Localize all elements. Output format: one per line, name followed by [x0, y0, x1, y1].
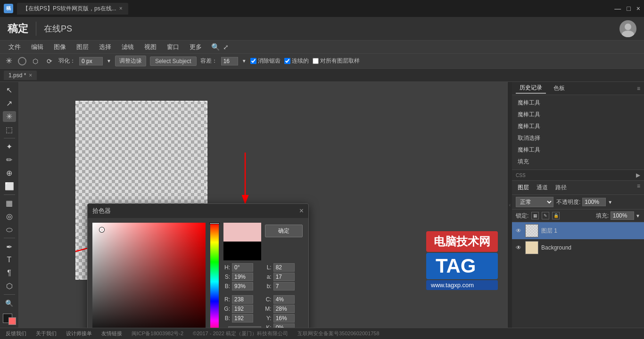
fullscreen-icon[interactable]: ⤢: [223, 43, 229, 51]
k-input[interactable]: [273, 323, 295, 328]
m-input[interactable]: [273, 305, 295, 313]
background-color[interactable]: [8, 317, 16, 325]
b3-input[interactable]: [273, 282, 295, 291]
pen-tool[interactable]: ✒: [3, 241, 16, 252]
menu-more[interactable]: 更多: [185, 41, 206, 53]
menu-file[interactable]: 文件: [4, 41, 25, 53]
history-panel-menu-icon[interactable]: ≡: [637, 85, 640, 92]
s-input[interactable]: [232, 273, 253, 281]
g-input[interactable]: [232, 305, 253, 313]
y-input[interactable]: [273, 314, 295, 323]
close-window-button[interactable]: ×: [636, 5, 640, 12]
colorpicker-close-button[interactable]: ×: [299, 207, 304, 215]
lock-position-icon[interactable]: 🔒: [552, 212, 560, 219]
paragraph-tool[interactable]: ¶: [3, 267, 16, 279]
clone-stamp-tool[interactable]: ⊕: [3, 168, 16, 179]
user-avatar[interactable]: [619, 20, 636, 37]
contiguous-checkbox[interactable]: [284, 58, 290, 64]
status-links[interactable]: 友情链接: [101, 330, 122, 337]
feather-dropdown-icon[interactable]: ▼: [107, 58, 111, 64]
healing-brush-tool[interactable]: ✦: [3, 141, 16, 153]
contiguous-checkbox-item[interactable]: 连续的: [284, 57, 309, 65]
selection-tool[interactable]: ↖: [3, 85, 16, 96]
magic-wand-tool-icon[interactable]: ✳: [4, 56, 14, 66]
menu-select[interactable]: 选择: [94, 41, 116, 53]
menu-layer[interactable]: 图层: [72, 41, 93, 53]
status-about[interactable]: 关于我们: [36, 330, 57, 337]
layer-visibility-icon-2[interactable]: 👁: [516, 244, 521, 251]
shape-tool[interactable]: ⬡: [3, 281, 16, 292]
brush-tool[interactable]: ✏: [3, 154, 16, 166]
layer-row-1[interactable]: 👁 图层 1: [512, 222, 644, 239]
polygon-lasso-icon[interactable]: ⬡: [30, 56, 41, 66]
maximize-button[interactable]: □: [627, 5, 630, 12]
fill-dropdown-icon[interactable]: ▼: [636, 213, 640, 218]
b2-input[interactable]: [232, 314, 253, 323]
layer-row-2[interactable]: 👁 Background: [512, 239, 644, 256]
direct-select-tool[interactable]: ↗: [3, 98, 16, 109]
history-item[interactable]: 魔棒工具: [512, 121, 644, 132]
feather-input[interactable]: [79, 57, 103, 65]
history-item[interactable]: 魔棒工具: [512, 97, 644, 109]
antialias-checkbox-item[interactable]: 消除锯齿: [250, 57, 281, 65]
alllayers-checkbox-item[interactable]: 对所有图层取样: [313, 57, 360, 65]
menu-window[interactable]: 窗口: [162, 41, 184, 53]
minimize-button[interactable]: —: [614, 5, 621, 12]
r-input[interactable]: [232, 295, 253, 304]
alllayers-checkbox[interactable]: [313, 58, 319, 64]
select-subject-button[interactable]: Select Subject: [150, 56, 197, 66]
right-panel-collapse[interactable]: ‹: [507, 82, 512, 328]
lock-transparent-icon[interactable]: ▦: [531, 212, 539, 219]
c-input[interactable]: [273, 295, 295, 304]
search-icon[interactable]: 🔍: [211, 43, 220, 51]
status-feedback[interactable]: 反馈我们: [6, 330, 26, 337]
fill-input[interactable]: [611, 211, 634, 220]
adjust-edge-button[interactable]: 调整边缘: [115, 56, 146, 66]
color-tab[interactable]: 色板: [550, 83, 569, 93]
foreground-background-colors[interactable]: [3, 314, 16, 325]
browser-tab[interactable]: 【在线PS】PS软件网页版，ps在线... ×: [17, 3, 128, 15]
channels-tab[interactable]: 通道: [535, 183, 550, 193]
hue-strip[interactable]: [210, 223, 219, 328]
blur-tool[interactable]: ◎: [3, 211, 16, 222]
b-input[interactable]: [232, 282, 253, 291]
menu-image[interactable]: 图像: [49, 41, 71, 53]
history-item[interactable]: 魔棒工具: [512, 109, 644, 121]
magic-wand-tool[interactable]: ✳: [3, 111, 16, 122]
blend-mode-select[interactable]: 正常: [516, 197, 553, 207]
l-input[interactable]: [273, 263, 295, 272]
layer-panel-menu-icon[interactable]: ≡: [637, 183, 640, 193]
menu-edit[interactable]: 编辑: [26, 41, 48, 53]
h-input[interactable]: [232, 263, 253, 272]
history-item[interactable]: 魔棒工具: [512, 144, 644, 156]
close-tab-icon[interactable]: ×: [29, 72, 32, 79]
layer-visibility-icon-1[interactable]: 👁: [516, 227, 521, 234]
history-item[interactable]: 取消选择: [512, 132, 644, 144]
tolerance-input[interactable]: [221, 57, 238, 65]
file-tab[interactable]: 1.psd * ×: [4, 71, 37, 80]
dodge-tool[interactable]: ⬭: [3, 224, 16, 235]
text-tool[interactable]: T: [3, 254, 16, 266]
lasso-tool-icon[interactable]: [18, 57, 26, 65]
history-tab[interactable]: 历史记录: [516, 83, 546, 94]
magnetic-lasso-icon[interactable]: ⟳: [44, 56, 55, 66]
color-gradient-picker[interactable]: [92, 223, 206, 328]
css-expand-icon[interactable]: ▶: [636, 172, 640, 178]
eraser-tool[interactable]: ⬜: [3, 180, 16, 192]
opacity-dropdown-icon[interactable]: ▼: [608, 200, 612, 205]
a-input[interactable]: [273, 273, 295, 281]
menu-view[interactable]: 视图: [140, 41, 161, 53]
status-designer[interactable]: 设计师接单: [66, 330, 92, 337]
history-item[interactable]: 填充: [512, 156, 644, 168]
hex-input[interactable]: [228, 326, 261, 328]
crop-tool[interactable]: ⬚: [3, 124, 16, 135]
opacity-input[interactable]: [582, 198, 606, 206]
paths-tab[interactable]: 路径: [553, 183, 569, 193]
gradient-tool[interactable]: ▦: [3, 198, 16, 209]
zoom-tool[interactable]: 🔍: [3, 298, 16, 309]
layers-tab[interactable]: 图层: [516, 183, 531, 193]
antialias-checkbox[interactable]: [250, 58, 256, 64]
lock-image-icon[interactable]: ✎: [542, 212, 549, 219]
tab-close-icon[interactable]: ×: [119, 5, 123, 12]
tolerance-dropdown-icon[interactable]: ▼: [242, 58, 247, 64]
